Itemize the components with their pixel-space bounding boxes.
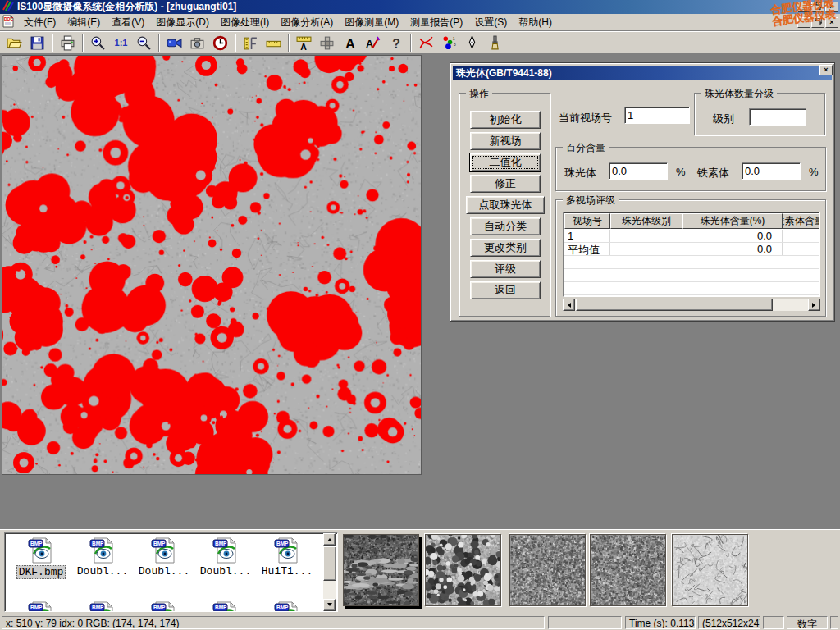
table-header-1[interactable]: 视场号: [564, 213, 610, 229]
table-cell-r1c2[interactable]: [610, 230, 682, 243]
zoom-in-button[interactable]: [87, 33, 109, 52]
op-button-9[interactable]: 返回: [470, 281, 541, 299]
op-button-6[interactable]: 自动分类: [470, 217, 541, 235]
current-field-input[interactable]: [624, 107, 690, 124]
op-button-4[interactable]: 修正: [470, 175, 541, 193]
file-list[interactable]: BMPDKF.bmpBMPDoubl...BMPDoubl...BMPDoubl…: [4, 532, 338, 612]
mdi-minimize-button[interactable]: _: [797, 17, 810, 28]
menu-settings[interactable]: 设置(S): [468, 14, 513, 31]
menu-image-measure[interactable]: 图像测量(M): [339, 14, 404, 31]
menu-file[interactable]: 文件(F): [18, 14, 62, 31]
op-button-7[interactable]: 更改类别: [470, 239, 541, 257]
thumbnail-1[interactable]: [343, 534, 419, 606]
help-button[interactable]: ?: [385, 33, 407, 52]
current-field-label: 当前视场号: [559, 111, 612, 126]
table-header-3[interactable]: 珠光体含量(%): [682, 213, 783, 229]
svg-text:BMP: BMP: [30, 605, 43, 610]
file-item-doubl[interactable]: BMPDoubl...: [196, 536, 255, 578]
table-cell-r1c4[interactable]: [783, 230, 820, 243]
dialog-title-bar[interactable]: 珠光体(GB/T9441-88): [453, 66, 832, 80]
toolbar-separator: [52, 34, 53, 52]
timer-button[interactable]: [209, 33, 231, 52]
curve-tool-button[interactable]: [415, 33, 437, 52]
file-item-hidden-row[interactable]: BMP: [196, 600, 255, 612]
op-button-2[interactable]: 新视场: [470, 132, 541, 150]
rating-table[interactable]: 视场号珠光体级别珠光体含量(%)铁素体含量(%)10.0平均值0.0: [563, 212, 820, 297]
ruler-button[interactable]: [262, 33, 285, 52]
menu-bar: DOC 文件(F)编辑(E)查看(V)图像显示(D)图像处理(I)图像分析(A)…: [0, 14, 840, 31]
zoom-out-button[interactable]: [133, 33, 155, 52]
grade-input[interactable]: [749, 108, 806, 126]
file-item-huiti[interactable]: BMPHuiTi...: [258, 536, 317, 578]
op-button-5[interactable]: 点取珠光体: [466, 196, 545, 214]
file-item-hidden-row[interactable]: BMP: [135, 600, 194, 612]
print-button[interactable]: [57, 33, 79, 52]
table-cell-r2c1[interactable]: 平均值: [564, 243, 610, 256]
multi-field-group: 多视场评级 视场号珠光体级别珠光体含量(%)铁素体含量(%)10.0平均值0.0: [555, 199, 826, 317]
menu-edit[interactable]: 编辑(E): [62, 14, 106, 31]
table-cell-r2c3[interactable]: 0.0: [682, 243, 783, 256]
grid-measure-button[interactable]: [316, 33, 338, 52]
svg-text:BMP: BMP: [276, 605, 289, 610]
table-header-2[interactable]: 珠光体级别: [610, 213, 682, 229]
file-item-hidden-row[interactable]: BMP: [73, 600, 132, 612]
snapshot-button[interactable]: [186, 33, 208, 52]
app-icon: [2, 0, 14, 14]
table-cell-r2c4[interactable]: [783, 243, 820, 256]
file-item-doubl[interactable]: BMPDoubl...: [73, 536, 132, 578]
file-item-hidden-row[interactable]: BMP: [11, 600, 71, 612]
mdi-restore-button[interactable]: [811, 17, 824, 28]
menu-measure-report[interactable]: 测量报告(P): [404, 14, 468, 31]
op-button-1[interactable]: 初始化: [470, 111, 541, 129]
menu-image-analysis[interactable]: 图像分析(A): [275, 14, 339, 31]
scroll-down-button[interactable]: [323, 599, 336, 611]
open-file-button[interactable]: [3, 33, 25, 52]
menu-image-display[interactable]: 图像显示(D): [150, 14, 215, 31]
save-button[interactable]: [26, 33, 48, 52]
table-horizontal-scrollbar[interactable]: [563, 299, 820, 311]
scroll-right-button[interactable]: [808, 299, 820, 311]
window-restore-button[interactable]: [811, 2, 824, 12]
caliper-button[interactable]: [240, 33, 262, 52]
table-cell-r2c2[interactable]: [610, 243, 682, 256]
text-label-button[interactable]: A: [339, 33, 361, 52]
file-item-hidden-row[interactable]: BMP: [258, 600, 317, 612]
measure-scale-button[interactable]: A: [293, 33, 315, 52]
op-button-8[interactable]: 评级: [470, 260, 541, 278]
menu-view[interactable]: 查看(V): [106, 14, 150, 31]
table-header-4[interactable]: 铁素体含量(%): [783, 213, 820, 229]
scroll-left-button[interactable]: [563, 299, 575, 311]
thumbnail-2[interactable]: [425, 534, 501, 606]
thumbnail-5[interactable]: [672, 534, 748, 606]
table-gridline: [564, 268, 820, 269]
table-cell-r1c3[interactable]: 0.0: [682, 230, 783, 243]
scroll-thumb[interactable]: [323, 546, 336, 581]
table-gridline: [564, 281, 820, 282]
table-cell-r1c1[interactable]: 1: [564, 230, 610, 243]
particle-count-button[interactable]: 13: [438, 33, 460, 52]
ferrite-percent-input[interactable]: [742, 162, 801, 180]
specimen-image-binarized[interactable]: [2, 55, 422, 475]
window-minimize-button[interactable]: _: [797, 2, 810, 12]
thumbnail-4[interactable]: [590, 534, 666, 606]
menu-image-process[interactable]: 图像处理(I): [215, 14, 275, 31]
pen-tool-icon: [464, 35, 480, 51]
menu-help[interactable]: 帮助(H): [513, 14, 558, 31]
mdi-close-button[interactable]: ×: [825, 17, 838, 28]
scroll-up-button[interactable]: [323, 533, 336, 546]
thumbnail-3[interactable]: [509, 534, 586, 606]
op-button-3[interactable]: 二值化: [470, 153, 541, 171]
file-item-doubl[interactable]: BMPDoubl...: [135, 536, 194, 578]
brush-tool-button[interactable]: [484, 33, 506, 52]
file-item-dkfbmp[interactable]: BMPDKF.bmp: [11, 536, 71, 579]
dialog-close-button[interactable]: ×: [819, 65, 833, 75]
zoom-in-icon: [90, 35, 106, 51]
pearlite-percent-input[interactable]: [609, 162, 668, 180]
window-close-button[interactable]: ×: [825, 2, 838, 12]
actual-size-button[interactable]: 1:1: [110, 33, 132, 52]
pen-tool-button[interactable]: [461, 33, 483, 52]
video-capture-button[interactable]: [163, 33, 185, 52]
text-edit-button[interactable]: A: [362, 33, 384, 52]
scroll-thumb[interactable]: [576, 299, 773, 311]
file-list-scrollbar[interactable]: [323, 533, 336, 611]
